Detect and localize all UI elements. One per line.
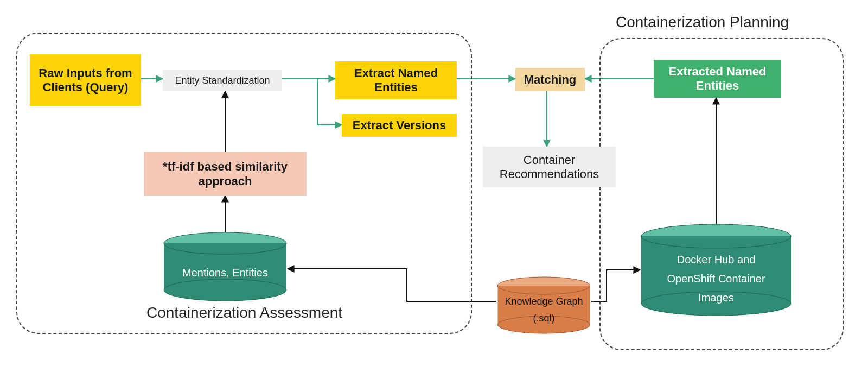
node-extract-versions: Extract Versions <box>342 114 457 137</box>
db-mentions-entities: Mentions, Entities <box>163 238 288 297</box>
db-knowledge-graph-label: Knowledge Graph (.sql) <box>496 293 591 327</box>
group-planning-title: Containerization Planning <box>616 14 789 31</box>
db-kg-line2: (.sql) <box>530 310 558 327</box>
node-extracted-named: Extracted Named Entities <box>654 60 781 98</box>
node-entity-std: Entity Standardization <box>163 70 282 91</box>
node-extract-versions-label: Extract Versions <box>349 116 449 135</box>
node-extract-named: Extract Named Entities <box>335 61 457 99</box>
db-docker-line3: Images <box>695 288 737 307</box>
node-raw-inputs-label: Raw Inputs from Clients (Query) <box>30 64 141 97</box>
node-extract-named-label: Extract Named Entities <box>335 64 457 97</box>
node-extracted-named-label: Extracted Named Entities <box>654 62 781 95</box>
node-tfidf: *tf-idf based similarity approach <box>144 152 307 196</box>
db-mentions-entities-label: Mentions, Entities <box>163 256 288 289</box>
db-mentions-entities-text: Mentions, Entities <box>179 264 271 281</box>
group-assessment-title: Containerization Assessment <box>146 304 342 321</box>
db-knowledge-graph: Knowledge Graph (.sql) <box>496 281 591 330</box>
db-docker-line2: OpenShift Container <box>663 269 768 288</box>
node-raw-inputs: Raw Inputs from Clients (Query) <box>30 54 141 106</box>
node-tfidf-label: *tf-idf based similarity approach <box>144 157 307 191</box>
db-docker-line1: Docker Hub and <box>674 250 759 269</box>
diagram-stage: Containerization Assessment Containeriza… <box>0 0 868 372</box>
node-container-recs: Container Recommendations <box>483 147 616 187</box>
node-matching: Matching <box>515 68 585 91</box>
node-matching-label: Matching <box>521 71 580 89</box>
db-docker-openshift-label: Docker Hub and OpenShift Container Image… <box>640 251 792 306</box>
node-container-recs-label: Container Recommendations <box>483 151 616 184</box>
db-docker-openshift: Docker Hub and OpenShift Container Image… <box>640 231 792 312</box>
node-entity-std-label: Entity Standardization <box>171 73 273 89</box>
db-kg-line1: Knowledge Graph <box>501 293 586 310</box>
